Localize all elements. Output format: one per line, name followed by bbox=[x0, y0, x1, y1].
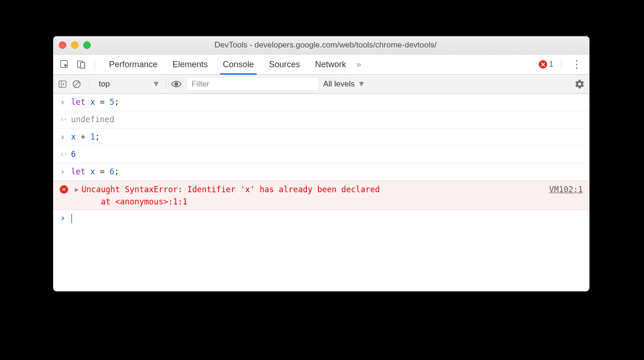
close-window-button[interactable] bbox=[59, 41, 66, 49]
output-chevron-icon: ‹· bbox=[60, 113, 71, 125]
panel-tabs: Performance Elements Console Sources Net… bbox=[102, 55, 364, 74]
svg-line-7 bbox=[74, 82, 79, 86]
error-source-link[interactable]: VM102:1 bbox=[535, 183, 583, 196]
console-output[interactable]: ›let x = 5;‹·undefined›x + 1;‹·6›let x =… bbox=[53, 94, 589, 291]
tab-performance[interactable]: Performance bbox=[102, 55, 165, 74]
console-output-line: undefined bbox=[71, 113, 583, 125]
expand-error-icon[interactable]: ▶ bbox=[71, 183, 81, 196]
caret-down-icon: ▼ bbox=[152, 79, 160, 89]
context-label: top bbox=[99, 79, 110, 89]
tab-elements[interactable]: Elements bbox=[165, 55, 215, 74]
error-icon: ✕ bbox=[60, 183, 71, 194]
error-message: Uncaught SyntaxError: Identifier 'x' has… bbox=[81, 183, 535, 208]
tab-console[interactable]: Console bbox=[215, 55, 261, 74]
divider bbox=[89, 78, 89, 90]
error-count: 1 bbox=[549, 60, 553, 69]
input-chevron-icon: › bbox=[60, 131, 71, 143]
levels-label: All levels bbox=[323, 79, 354, 89]
settings-kebab-icon[interactable]: ⋮ bbox=[569, 58, 585, 70]
devtools-window: DevTools - developers.google.com/web/too… bbox=[53, 36, 589, 291]
toggle-sidebar-icon[interactable] bbox=[58, 79, 67, 89]
clear-console-icon[interactable] bbox=[72, 79, 81, 89]
caret-down-icon: ▼ bbox=[358, 79, 366, 89]
error-icon: ✕ bbox=[539, 60, 547, 69]
titlebar: DevTools - developers.google.com/web/too… bbox=[53, 36, 589, 55]
svg-point-8 bbox=[174, 82, 178, 86]
error-count-badge[interactable]: ✕ 1 bbox=[539, 60, 553, 69]
console-input-line: let x = 5; bbox=[71, 96, 583, 108]
tab-network[interactable]: Network bbox=[307, 55, 353, 74]
more-tabs-button[interactable]: » bbox=[353, 60, 364, 70]
window-controls bbox=[59, 41, 91, 49]
log-levels-selector[interactable]: All levels ▼ bbox=[323, 79, 365, 89]
zoom-window-button[interactable] bbox=[83, 41, 91, 49]
tab-sources[interactable]: Sources bbox=[261, 55, 307, 74]
minimize-window-button[interactable] bbox=[71, 41, 79, 49]
svg-rect-2 bbox=[80, 63, 85, 68]
console-toolbar: top ▼ All levels ▼ bbox=[53, 75, 589, 94]
divider bbox=[94, 59, 95, 70]
console-input[interactable] bbox=[71, 212, 583, 224]
console-input-line: x + 1; bbox=[71, 131, 583, 143]
filter-input[interactable] bbox=[187, 78, 318, 91]
live-expression-icon[interactable] bbox=[171, 78, 182, 90]
divider bbox=[561, 59, 561, 70]
output-chevron-icon: ‹· bbox=[60, 148, 71, 160]
svg-rect-4 bbox=[59, 81, 66, 87]
execution-context-selector[interactable]: top ▼ bbox=[99, 79, 166, 89]
prompt-chevron-icon: › bbox=[60, 212, 71, 224]
device-toggle-icon[interactable] bbox=[75, 58, 88, 71]
console-output-line: 6 bbox=[71, 148, 583, 160]
window-title: DevTools - developers.google.com/web/too… bbox=[91, 40, 560, 50]
console-input-line: let x = 6; bbox=[71, 165, 583, 178]
main-tabbar: Performance Elements Console Sources Net… bbox=[53, 55, 589, 75]
console-settings-icon[interactable] bbox=[574, 79, 585, 89]
inspect-element-icon[interactable] bbox=[58, 58, 71, 71]
input-chevron-icon: › bbox=[60, 96, 71, 108]
input-chevron-icon: › bbox=[60, 165, 71, 178]
